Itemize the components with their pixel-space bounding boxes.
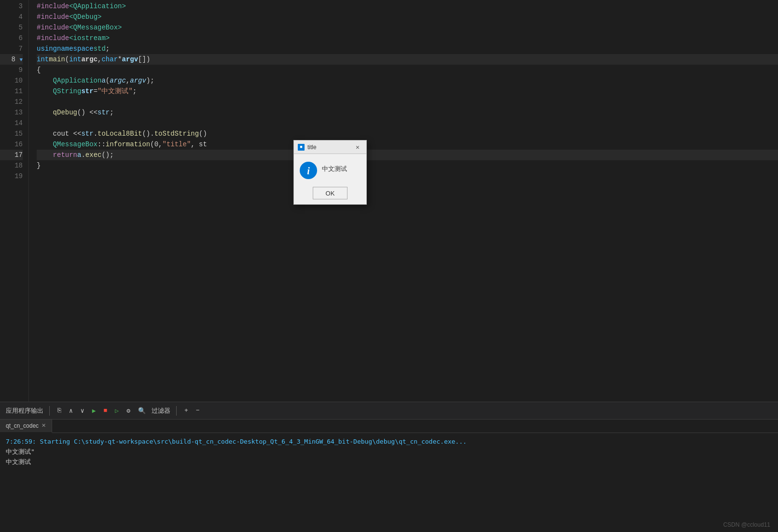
output-content[interactable]: 7:26:59: Starting C:\study-qt-workspace\… <box>0 433 778 532</box>
output-line-3: 中文测试 <box>6 457 772 467</box>
dialog-titlebar: ■ title ✕ <box>294 140 366 154</box>
code-line-12 <box>37 97 778 107</box>
line-num-18: 18 <box>0 160 23 171</box>
dialog-body: i 中文测试 <box>294 154 366 185</box>
output-tabs-row: qt_cn_codec ✕ <box>0 420 778 433</box>
bottom-panel: 应用程序输出 ⎘ ∧ ∨ ▶ ■ ▷ ⚙ 🔍 过滤器 + − qt_cn_cod… <box>0 402 778 532</box>
code-line-16: QMessageBox::information(0, "title", st <box>37 139 778 150</box>
dialog-footer: OK <box>294 185 366 204</box>
toolbar-search-icon[interactable]: 🔍 <box>136 406 148 416</box>
toolbar-debug-icon[interactable]: ▷ <box>113 406 121 416</box>
output-line-1: 7:26:59: Starting C:\study-qt-workspace\… <box>6 437 772 447</box>
line-num-6: 6 <box>0 33 23 43</box>
line-num-10: 10 <box>0 75 23 86</box>
code-line-13: qDebug() << str; <box>37 107 778 118</box>
line-num-19: 19 <box>0 171 23 182</box>
code-line-19 <box>37 171 778 182</box>
line-num-11: 11 <box>0 86 23 97</box>
line-num-14: 14 <box>0 118 23 128</box>
toolbar-minus-btn[interactable]: − <box>194 406 202 415</box>
filter-label: 过滤器 <box>152 406 170 415</box>
dialog-title-left: ■ title <box>298 144 317 151</box>
line-num-7: 7 <box>0 43 23 54</box>
line-numbers: 3 4 5 6 7 8 ▼ 9 10 11 12 13 14 15 16 17 … <box>0 0 29 402</box>
toolbar-divider2 <box>176 406 177 416</box>
code-content[interactable]: #include <QApplication> #include <QDebug… <box>29 0 778 402</box>
toolbar-label: 应用程序输出 <box>6 406 43 415</box>
code-line-18: } <box>37 160 778 171</box>
dialog-message: 中文测试 <box>322 162 347 173</box>
message-dialog[interactable]: ■ title ✕ i 中文测试 OK <box>293 140 367 205</box>
toolbar-up-icon[interactable]: ∧ <box>67 406 75 416</box>
line-num-15: 15 <box>0 128 23 139</box>
toolbar-run-icon[interactable]: ▶ <box>90 406 98 416</box>
toolbar-divider <box>49 406 50 416</box>
code-line-11: QString str = "中文测试"; <box>37 86 778 97</box>
line-num-5: 5 <box>0 22 23 33</box>
line-num-17: 17 <box>0 150 23 160</box>
code-line-6: #include <iostream> <box>37 33 778 43</box>
tab-close-icon[interactable]: ✕ <box>42 422 46 429</box>
code-line-7: using namespace std; <box>37 43 778 54</box>
dialog-close-button[interactable]: ✕ <box>353 143 362 152</box>
toolbar-down-icon[interactable]: ∨ <box>79 406 86 416</box>
ok-button[interactable]: OK <box>313 187 347 199</box>
toolbar-add-btn[interactable]: + <box>182 406 190 415</box>
code-line-9: { <box>37 65 778 75</box>
code-line-3: #include <QApplication> <box>37 1 778 12</box>
tab-label: qt_cn_codec <box>6 422 39 429</box>
code-line-5: #include <QMessageBox> <box>37 22 778 33</box>
watermark: CSDN @ccloud11 <box>723 521 770 528</box>
toolbar-settings-icon[interactable]: ⚙ <box>125 406 132 416</box>
code-line-10: QApplication a(argc, argv); <box>37 75 778 86</box>
line-num-12: 12 <box>0 97 23 107</box>
toolbar-row: 应用程序输出 ⎘ ∧ ∨ ▶ ■ ▷ ⚙ 🔍 过滤器 + − <box>0 402 778 420</box>
code-line-14 <box>37 118 778 128</box>
line-num-4: 4 <box>0 12 23 22</box>
line-num-13: 13 <box>0 107 23 118</box>
code-line-17: return a.exec(); <box>37 150 778 160</box>
info-icon: i <box>300 162 317 179</box>
line-num-16: 16 <box>0 139 23 150</box>
code-line-4: #include <QDebug> <box>37 12 778 22</box>
code-editor: 3 4 5 6 7 8 ▼ 9 10 11 12 13 14 15 16 17 … <box>0 0 778 402</box>
code-line-8: int main(int argc, char *argv[]) <box>37 54 778 65</box>
tab-qt-cn-codec[interactable]: qt_cn_codec ✕ <box>0 420 52 433</box>
dialog-title-text: title <box>307 144 317 151</box>
line-num-3: 3 <box>0 1 23 12</box>
line-num-9: 9 <box>0 65 23 75</box>
toolbar-stop-icon[interactable]: ■ <box>101 406 109 415</box>
toolbar-attach-icon[interactable]: ⎘ <box>56 406 63 415</box>
output-line-2: 中文测试" <box>6 447 772 457</box>
dialog-app-icon: ■ <box>298 144 305 151</box>
code-line-15: cout << str.toLocal8Bit().toStdString() <box>37 128 778 139</box>
line-num-8: 8 ▼ <box>0 54 23 65</box>
